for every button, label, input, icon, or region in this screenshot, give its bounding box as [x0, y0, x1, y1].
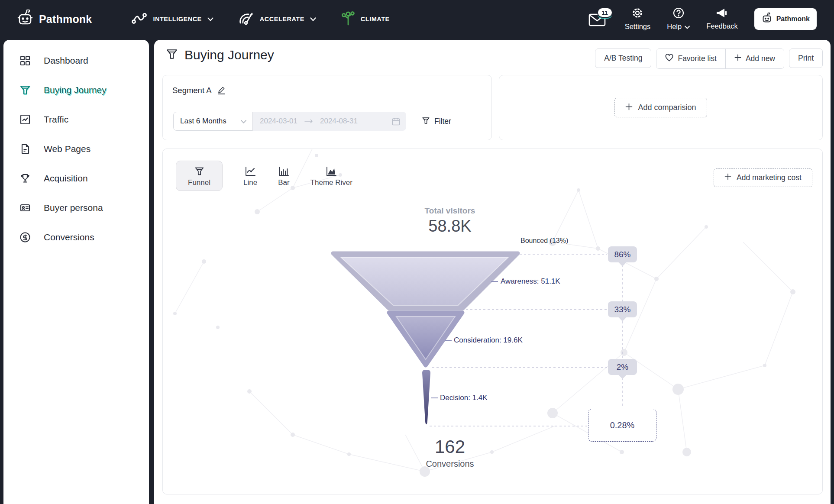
pathmonk-robot-icon	[16, 10, 34, 29]
percent-badge-decision: 2%	[608, 359, 637, 375]
dollar-circle-icon	[19, 232, 31, 243]
line-chart-icon	[19, 114, 31, 125]
bounced-label: Bounced (13%)	[520, 237, 568, 245]
grid-icon	[19, 55, 31, 66]
plus-icon	[625, 103, 633, 113]
date-range-input[interactable]: 2024-03-01 2024-08-31	[253, 112, 406, 131]
chevron-down-icon	[241, 117, 246, 125]
favorite-list-button[interactable]: Favorite list	[656, 49, 725, 68]
calendar-icon	[392, 117, 400, 126]
sidebar-item-label: Buyer persona	[44, 203, 103, 213]
nav-item-label: INTELLIGENCE	[153, 16, 201, 23]
ab-testing-button[interactable]: A/B Testing	[595, 48, 651, 68]
add-comparison-button[interactable]: Add comparision	[614, 98, 707, 117]
feedback-label: Feedback	[706, 22, 737, 30]
sidebar-item-traffic[interactable]: Traffic	[3, 105, 149, 134]
sidebar-item-label: Traffic	[44, 114, 68, 125]
sidebar-item-buying-journey[interactable]: Buying Journey	[3, 75, 149, 105]
envelope-icon	[588, 20, 606, 28]
conversions-value: 162	[407, 436, 493, 457]
conversions-label: Conversions	[407, 459, 493, 469]
stage-label-consideration: Consideration: 19.6K	[454, 336, 523, 345]
account-button[interactable]: Pathmonk	[754, 8, 817, 30]
sidebar-item-dashboard[interactable]: Dashboard	[3, 46, 149, 75]
filter-label: Filter	[434, 117, 451, 126]
arrow-right-icon	[304, 117, 313, 126]
add-new-label: Add new	[746, 54, 775, 63]
line-tab-icon	[245, 165, 256, 176]
plus-icon	[734, 54, 741, 63]
chart-card: Funnel Line Bar	[162, 149, 823, 494]
account-button-label: Pathmonk	[776, 15, 810, 23]
question-circle-icon	[673, 7, 684, 20]
page-title: Buying Journey	[184, 48, 274, 62]
favorite-addnew-group: Favorite list Add new	[656, 48, 784, 69]
chevron-down-icon	[310, 15, 316, 23]
stage-label-decision: Decision: 1.4K	[440, 394, 488, 402]
help-button[interactable]: Help	[667, 7, 690, 31]
help-label: Help	[667, 23, 682, 31]
date-preset-select[interactable]: Last 6 Months	[173, 112, 253, 131]
bar-tab-icon	[278, 165, 289, 176]
sidebar-item-conversions[interactable]: Conversions	[3, 223, 149, 252]
notifications-button[interactable]: 11	[588, 13, 606, 28]
sidebar-item-label: Web Pages	[44, 144, 91, 154]
edit-pencil-icon[interactable]	[218, 87, 225, 94]
funnel-title-icon	[166, 48, 178, 62]
ab-testing-label: A/B Testing	[604, 54, 642, 63]
print-button[interactable]: Print	[789, 48, 823, 68]
tab-theme-river[interactable]: Theme River	[310, 165, 352, 191]
brand-logo[interactable]: Pathmonk	[16, 10, 92, 29]
pathmonk-robot-icon-small	[761, 13, 773, 26]
settings-button[interactable]: Settings	[625, 7, 651, 31]
percent-badge-awareness: 86%	[608, 246, 637, 262]
sidebar: Dashboard Buying Journey Traffic	[3, 40, 149, 504]
tab-bar[interactable]: Bar	[278, 165, 289, 191]
date-preset-value: Last 6 Months	[180, 117, 226, 126]
nav-item-climate[interactable]: CLIMATE	[341, 10, 390, 28]
conversion-rate-value: 0.28%	[610, 420, 635, 430]
tab-line[interactable]: Line	[243, 165, 257, 191]
sidebar-item-web-pages[interactable]: Web Pages	[3, 134, 149, 164]
tab-funnel[interactable]: Funnel	[176, 161, 223, 191]
chart-type-tabs: Funnel Line Bar	[176, 161, 352, 191]
nav-item-label: CLIMATE	[361, 16, 390, 23]
theme-river-tab-icon	[326, 165, 337, 176]
conversion-rate-box[interactable]: 0.28%	[588, 409, 656, 442]
tab-theme-river-label: Theme River	[310, 178, 352, 187]
date-start-value: 2024-03-01	[260, 117, 297, 126]
sidebar-item-label: Acquisition	[44, 173, 88, 184]
filter-button[interactable]: Filter	[422, 116, 451, 126]
feedback-button[interactable]: Feedback	[706, 8, 737, 30]
add-marketing-cost-button[interactable]: Add marketing cost	[714, 168, 812, 187]
percent-badge-consideration: 33%	[608, 301, 637, 317]
trophy-icon	[19, 173, 31, 184]
sidebar-item-acquisition[interactable]: Acquisition	[3, 164, 149, 193]
heart-icon	[665, 54, 673, 64]
tab-line-label: Line	[243, 178, 257, 187]
gear-icon	[632, 7, 643, 20]
settings-label: Settings	[625, 23, 651, 31]
tab-bar-label: Bar	[278, 178, 289, 187]
climate-plant-icon	[341, 10, 355, 28]
total-visitors-value: 58.8K	[385, 217, 515, 236]
add-comparison-label: Add comparision	[638, 103, 696, 112]
megaphone-icon	[715, 8, 728, 20]
comparison-card: Add comparision	[499, 75, 823, 140]
funnel-icon	[19, 84, 31, 96]
chevron-down-icon	[207, 15, 213, 23]
stage-label-awareness: Awareness: 51.1K	[501, 277, 560, 286]
add-marketing-cost-label: Add marketing cost	[737, 173, 802, 182]
segment-name: Segment A	[172, 86, 212, 95]
top-nav: Pathmonk INTELLIGENCE	[0, 0, 834, 38]
nav-item-intelligence[interactable]: INTELLIGENCE	[132, 11, 213, 27]
sidebar-item-buyer-persona[interactable]: Buyer persona	[3, 193, 149, 223]
nav-item-accelerate[interactable]: ACCELERATE	[239, 11, 316, 27]
brand-name: Pathmonk	[39, 13, 92, 26]
id-card-icon	[19, 202, 31, 213]
sidebar-item-label: Dashboard	[44, 55, 88, 66]
date-end-value: 2024-08-31	[320, 117, 358, 126]
add-new-button[interactable]: Add new	[725, 49, 784, 68]
segment-card: Segment A Last 6 Months 2024-03-01	[162, 75, 492, 140]
sidebar-item-label: Buying Journey	[44, 85, 107, 95]
